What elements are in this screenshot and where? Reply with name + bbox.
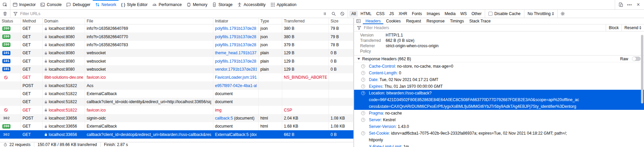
header-name: Content-Length: <box>369 71 399 75</box>
type-filter-css[interactable]: CSS <box>374 11 387 17</box>
request-row[interactable]: 101GETlocalhost:8080websocketvendor.1791… <box>0 65 353 73</box>
column-header-size[interactable]: Size <box>329 18 353 24</box>
block-button[interactable] <box>338 10 346 18</box>
size-cell: 78 B <box>329 41 353 49</box>
response-header-row[interactable]: X-Rate-Limit-Limit: 1m <box>354 143 644 147</box>
type-filter-ws[interactable]: WS <box>458 11 469 17</box>
clear-requests-button[interactable] <box>0 10 10 18</box>
transferred-cell: 129 B <box>282 57 329 65</box>
file-label: signin-oidc <box>87 116 106 121</box>
network-filter-toolbar: AllHTMLCSSJSXHRFontsImagesMediaWSOther D… <box>0 10 644 18</box>
method-cell: GET <box>21 41 43 49</box>
column-header-initiator[interactable]: Initiator <box>213 18 259 24</box>
domain-cell: localhost:51822 <box>43 106 85 114</box>
type-filter-all[interactable]: All <box>349 11 358 17</box>
close-button[interactable]: × <box>634 0 643 9</box>
transferred-label: 380 B <box>284 26 294 31</box>
size-cell: 79 B <box>329 32 353 41</box>
menu-dots-button[interactable]: ••• <box>625 0 634 9</box>
details-tab-stack-trace[interactable]: Stack Trace <box>467 18 493 24</box>
request-row[interactable]: 200GETlocalhost:8080info?t=1635826640783… <box>0 41 353 49</box>
pick-element-button[interactable] <box>0 0 10 9</box>
request-row[interactable]: GETlocalhost:51822callback?client_id=oid… <box>0 98 353 106</box>
column-header-file[interactable]: File <box>85 18 213 24</box>
disable-cache-checkbox[interactable] <box>488 12 492 16</box>
response-header-row[interactable]: ?Location: bitwarden://sso-callback?code… <box>354 90 644 110</box>
tab-console[interactable]: Console <box>38 0 64 9</box>
request-row[interactable]: 200GETlocalhost:8080info?t=1635826640770… <box>0 32 353 41</box>
details-tab-headers[interactable]: Headers <box>363 18 383 24</box>
request-row[interactable]: 101GETlocalhost:8080websockettheme_head.… <box>0 49 353 57</box>
type-filter-fonts[interactable]: Fonts <box>410 11 424 17</box>
response-header-row[interactable]: ?Cache-Control: no-store, no-cache, max-… <box>354 63 644 70</box>
request-row[interactable]: GET8bit-solutions-dev.onelogin....favico… <box>0 73 353 81</box>
responsive-design-button[interactable] <box>616 0 625 9</box>
tab-inspector[interactable]: Inspector <box>10 0 38 9</box>
throttling-select[interactable]: No Throttling <box>524 10 557 18</box>
search-button[interactable] <box>330 10 338 18</box>
request-row[interactable]: 101GETlocalhost:8080websocketpolyfills.1… <box>0 57 353 65</box>
response-header-row[interactable]: ?Date: Tue, 02 Nov 2021 04:17:21 GMT <box>354 76 644 83</box>
tab-application[interactable]: Application <box>268 0 299 9</box>
initiator-segment: document <box>215 91 233 96</box>
pause-button[interactable] <box>321 10 329 18</box>
column-header-method[interactable]: Method <box>21 18 43 24</box>
response-header-row[interactable]: ?Server: Kestrel <box>354 117 644 123</box>
response-header-row[interactable]: ?Pragma: no-cache <box>354 110 644 117</box>
filter-urls-input[interactable] <box>19 11 319 16</box>
type-filter-js[interactable]: JS <box>387 11 396 17</box>
type-filter-xhr[interactable]: XHR <box>397 11 409 17</box>
size-cell: 1.08 KB <box>329 114 353 122</box>
response-header-row[interactable]: ?Content-Length: 0 <box>354 70 644 76</box>
request-row[interactable]: POSTlocalhost:51822Acse957f897-042e-4ba1… <box>0 81 353 89</box>
column-header-transferred[interactable]: Transferred <box>282 18 329 24</box>
tab-memory[interactable]: Memory <box>184 0 210 9</box>
initiator-segment: theme_head.1791b137de281... <box>215 51 257 55</box>
request-row[interactable]: GETlocalhost:51822favicon.icoimgCSP <box>0 106 353 114</box>
network-settings-button[interactable] <box>558 10 568 18</box>
raw-toggle[interactable] <box>632 57 641 61</box>
type-filter-html[interactable]: HTML <box>358 11 374 17</box>
tab-accessibility[interactable]: Accessibility <box>235 0 268 9</box>
type-filter-other[interactable]: Other <box>469 11 483 17</box>
request-row[interactable]: GETlocalhost:51822ExternalCallbackdocume… <box>0 90 353 98</box>
disable-cache-control[interactable]: Disable Cache <box>485 10 524 18</box>
details-scrollbar-thumb[interactable] <box>641 35 643 103</box>
split-panel-button[interactable] <box>354 18 363 24</box>
chevron-updown-icon <box>552 11 554 16</box>
details-tab-timings[interactable]: Timings <box>447 18 467 24</box>
details-tab-cookies[interactable]: Cookies <box>383 18 403 24</box>
type-cell: html <box>259 114 282 122</box>
tab-performance[interactable]: Performance <box>150 0 184 9</box>
block-button[interactable]: Block <box>606 24 621 31</box>
initiator-label: theme_head.1791b137de281... <box>215 51 257 55</box>
type-filter-images[interactable]: Images <box>425 11 442 17</box>
request-row[interactable]: 302POSTlocalhost:33656signin-oidccallbac… <box>0 114 353 122</box>
filter-headers-input[interactable] <box>363 25 606 30</box>
gear-icon <box>560 11 565 16</box>
response-header-row[interactable]: ?Expires: Thu, 01 Jan 1970 00:00:00 GMT <box>354 83 644 90</box>
request-row[interactable]: 302GETlocalhost:33656callback?client_id=… <box>0 130 353 138</box>
column-header-type[interactable]: Type <box>259 18 282 24</box>
type-filter-media[interactable]: Media <box>442 11 458 17</box>
details-tab-request[interactable]: Request <box>403 18 424 24</box>
tab-network[interactable]: Network <box>93 0 119 9</box>
initiator-label: document <box>215 124 233 129</box>
resend-button[interactable]: Resend <box>621 24 644 31</box>
tab-debugger[interactable]: Debugger <box>64 0 93 9</box>
file-label: info?t=1635826640770 <box>87 34 128 39</box>
tab-storage[interactable]: Storage <box>210 0 235 9</box>
tab-style-editor[interactable]: { }Style Editor <box>119 0 150 9</box>
response-headers-section-header[interactable]: Response Headers (662 B) Raw <box>354 55 644 62</box>
request-row[interactable]: 200GETlocalhost:33656ExternalCallbackdoc… <box>0 122 353 130</box>
column-header-status[interactable]: Status <box>0 18 21 24</box>
column-header-domain[interactable]: Domain <box>43 18 85 24</box>
response-header-row[interactable]: ?Set-Cookie: idsrv=adf6cba1-7075-402b-9e… <box>354 130 644 143</box>
request-row[interactable]: 200GETlocalhost:8080info?t=1635826640769… <box>0 24 353 32</box>
headers-filter-row: Block Resend <box>354 24 644 31</box>
method-label: POST <box>23 83 34 88</box>
details-tab-response[interactable]: Response <box>424 18 447 24</box>
domain-label: localhost:8080 <box>49 43 75 47</box>
response-header-row[interactable]: Server-Version: 1.43.0 <box>354 123 644 130</box>
sidebar-toggle-icon <box>356 19 361 23</box>
